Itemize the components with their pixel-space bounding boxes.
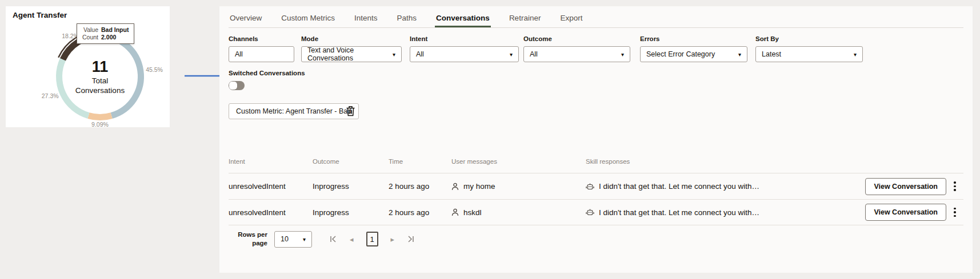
tab-bar: Overview Custom Metrics Intents Paths Co… bbox=[229, 9, 963, 28]
remove-chip-button[interactable] bbox=[345, 106, 356, 117]
caret-down-icon: ▾ bbox=[303, 236, 306, 242]
tab-custom-metrics[interactable]: Custom Metrics bbox=[280, 10, 336, 27]
rows-per-page-select[interactable]: 10 ▾ bbox=[274, 231, 312, 248]
cell-intent: unresolvedIntent bbox=[229, 182, 313, 191]
donut-slice[interactable] bbox=[100, 36, 141, 116]
tooltip-value-label: Value bbox=[82, 26, 98, 33]
caret-down-icon: ▾ bbox=[738, 51, 741, 58]
outcome-value: All bbox=[530, 50, 538, 58]
person-icon bbox=[451, 208, 459, 216]
col-header-skill-responses: Skill responses bbox=[586, 158, 856, 165]
filter-errors: Errors Select Error Category ▾ bbox=[640, 35, 747, 62]
tooltip-count: 2.000 bbox=[101, 34, 129, 41]
sort-by-value: Latest bbox=[762, 50, 781, 58]
tooltip-count-label: Count bbox=[82, 34, 98, 41]
channels-label: Channels bbox=[229, 35, 294, 42]
toggle-knob bbox=[229, 82, 237, 90]
pagination-bar: Rows per page 10 ▾ ◂ 1 ▸ bbox=[229, 227, 415, 252]
col-header-outcome: Outcome bbox=[313, 158, 389, 165]
channels-value: All bbox=[235, 50, 243, 58]
donut-slice[interactable] bbox=[89, 116, 111, 118]
sort-by-label: Sort By bbox=[755, 35, 863, 42]
custom-metric-chip[interactable]: Custom Metric: Agent Transfer - Bad bbox=[229, 103, 359, 119]
caret-down-icon: ▾ bbox=[854, 51, 857, 58]
bot-icon bbox=[586, 208, 594, 216]
row-kebab-menu-icon[interactable] bbox=[951, 179, 958, 193]
col-header-time: Time bbox=[389, 158, 451, 165]
view-conversation-button[interactable]: View Conversation bbox=[865, 204, 946, 221]
errors-label: Errors bbox=[640, 35, 747, 42]
errors-select[interactable]: Select Error Category ▾ bbox=[640, 46, 747, 62]
switched-conversations-toggle[interactable] bbox=[229, 81, 245, 90]
cell-skill-response: I didn't that get that. Let me connect y… bbox=[586, 182, 856, 191]
donut-slice[interactable] bbox=[59, 59, 89, 115]
slice-percent-label: 45.5% bbox=[146, 66, 163, 73]
sort-by-select[interactable]: Latest ▾ bbox=[755, 46, 863, 62]
col-header-intent: Intent bbox=[229, 158, 313, 165]
cell-outcome: Inprogress bbox=[313, 182, 389, 191]
outcome-label: Outcome bbox=[523, 35, 630, 42]
conversations-panel: Overview Custom Metrics Intents Paths Co… bbox=[219, 6, 973, 273]
cell-outcome: Inprogress bbox=[313, 208, 389, 217]
cell-intent: unresolvedIntent bbox=[229, 208, 313, 217]
conversations-table: Intent Outcome Time User messages Skill … bbox=[229, 153, 963, 225]
next-page-button[interactable]: ▸ bbox=[391, 235, 395, 244]
table-header-row: Intent Outcome Time User messages Skill … bbox=[229, 153, 963, 173]
filter-sort-by: Sort By Latest ▾ bbox=[755, 35, 863, 62]
chart-tooltip: Value Bad Input Count 2.000 bbox=[77, 23, 134, 44]
outcome-select[interactable]: All ▾ bbox=[523, 46, 630, 62]
table-row: unresolvedIntent Inprogress 2 hours ago … bbox=[229, 199, 963, 225]
errors-value: Select Error Category bbox=[646, 50, 715, 58]
cell-skill-response: I didn't that get that. Let me connect y… bbox=[586, 208, 856, 217]
first-page-button[interactable] bbox=[329, 235, 337, 243]
cell-user-message: my home bbox=[451, 182, 586, 191]
bot-icon bbox=[586, 183, 594, 191]
tab-paths[interactable]: Paths bbox=[396, 10, 418, 27]
next-page-icon: ▸ bbox=[391, 235, 395, 244]
mode-select[interactable]: Text and Voice Conversations ▾ bbox=[301, 46, 402, 62]
caret-down-icon: ▾ bbox=[621, 51, 624, 58]
tab-conversations[interactable]: Conversations bbox=[435, 10, 491, 27]
agent-transfer-card: Agent Transfer 45.5%9.09%27.3%18.2% 11 T… bbox=[6, 6, 170, 127]
filter-intent: Intent All ▾ bbox=[410, 35, 519, 62]
table-row: unresolvedIntent Inprogress 2 hours ago … bbox=[229, 173, 963, 199]
slice-percent-label: 9.09% bbox=[91, 121, 109, 128]
tooltip-value: Bad Input bbox=[101, 26, 129, 33]
mode-label: Mode bbox=[301, 35, 402, 42]
view-conversation-button[interactable]: View Conversation bbox=[865, 178, 946, 195]
intent-select[interactable]: All ▾ bbox=[410, 46, 519, 62]
cell-time: 2 hours ago bbox=[389, 182, 451, 191]
intent-label: Intent bbox=[410, 35, 519, 42]
tab-intents[interactable]: Intents bbox=[353, 10, 379, 27]
person-icon bbox=[451, 183, 459, 191]
previous-page-icon: ◂ bbox=[350, 235, 354, 244]
trash-icon bbox=[346, 106, 355, 116]
rows-per-page-label: Rows per page bbox=[237, 231, 267, 248]
channels-input[interactable]: All bbox=[229, 46, 294, 62]
first-page-icon bbox=[329, 235, 337, 243]
cell-user-message: hskdl bbox=[451, 208, 586, 217]
previous-page-button[interactable]: ◂ bbox=[350, 235, 354, 244]
filter-outcome: Outcome All ▾ bbox=[523, 35, 630, 62]
caret-down-icon: ▾ bbox=[510, 51, 513, 58]
cell-time: 2 hours ago bbox=[389, 208, 451, 217]
mode-value: Text and Voice Conversations bbox=[307, 46, 388, 62]
filter-mode: Mode Text and Voice Conversations ▾ bbox=[301, 35, 402, 62]
last-page-button[interactable] bbox=[407, 235, 415, 243]
row-kebab-menu-icon[interactable] bbox=[951, 205, 958, 220]
col-header-user-messages: User messages bbox=[451, 158, 586, 165]
intent-value: All bbox=[416, 50, 424, 58]
tab-retrainer[interactable]: Retrainer bbox=[508, 10, 542, 27]
switched-conversations-label: Switched Conversations bbox=[229, 70, 305, 76]
rows-per-page-value: 10 bbox=[281, 235, 289, 243]
last-page-icon bbox=[407, 235, 415, 243]
tab-overview[interactable]: Overview bbox=[229, 10, 263, 27]
tab-export[interactable]: Export bbox=[559, 10, 583, 27]
slice-percent-label: 27.3% bbox=[42, 92, 59, 99]
page-number-input[interactable]: 1 bbox=[366, 232, 378, 246]
caret-down-icon: ▾ bbox=[393, 51, 395, 58]
filter-channels: Channels All bbox=[229, 35, 294, 62]
